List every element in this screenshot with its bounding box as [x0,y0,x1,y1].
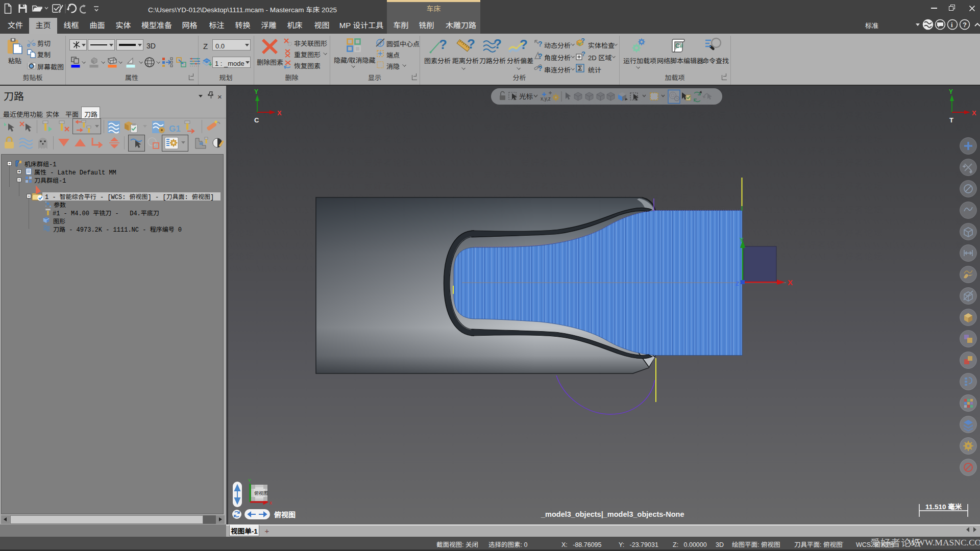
svg-text:X: X [788,278,793,287]
svg-text:俯视图: 俯视图 [274,509,296,519]
svg-text:X: X [277,109,282,117]
svg-text:Y: Y [740,237,744,243]
svg-text:?: ? [581,38,585,44]
svg-text:俯视图: 俯视图 [254,490,268,496]
svg-text:x,y,z: x,y,z [541,96,551,102]
svg-text:Y: Y [949,88,953,95]
svg-text:?: ? [520,39,528,52]
svg-text:T: T [949,116,953,124]
svg-text:?: ? [439,39,447,52]
svg-text:?: ? [963,21,967,29]
svg-text:C#: C# [675,42,683,49]
svg-text:Y: Y [248,478,251,483]
svg-text:Y: Y [254,88,258,95]
svg-text:?: ? [467,38,475,52]
svg-text:C: C [254,116,259,124]
svg-text:x: x [270,500,272,506]
svg-text:11.510 毫米: 11.510 毫米 [925,501,962,511]
svg-text:?: ? [538,52,543,60]
svg-text:?: ? [538,64,543,72]
svg-text:?: ? [581,52,585,58]
svg-text:光标: 光标 [519,91,533,101]
svg-text:_model3_objects|_model3_object: _model3_objects|_model3_objects-None [541,510,684,518]
svg-text:?: ? [538,40,543,47]
svg-text:Z: Z [736,281,739,287]
svg-text:i: i [951,21,953,29]
svg-text:?: ? [494,38,502,52]
